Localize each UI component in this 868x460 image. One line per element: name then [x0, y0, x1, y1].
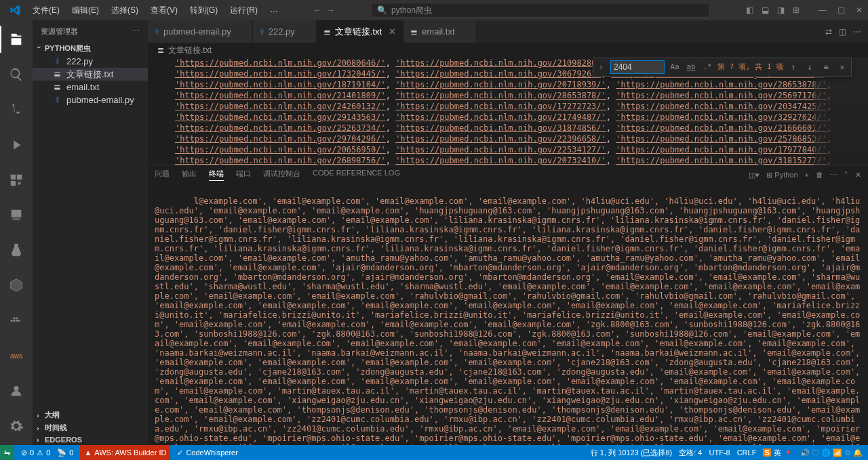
split-editor-icon[interactable]: ◫	[839, 27, 846, 37]
aws-builder-status[interactable]: ▲ AWS: AWS Builder ID	[80, 445, 170, 460]
nav-forward-icon[interactable]: →	[327, 5, 335, 15]
file-label: pubmed-email.py	[66, 95, 134, 105]
settings-gear-icon[interactable]	[0, 413, 33, 440]
sidebar-file[interactable]: ⚕222.py	[33, 55, 148, 68]
window-minimize-icon[interactable]: —	[818, 5, 827, 15]
error-icon: ⊘	[21, 448, 27, 457]
accounts-icon[interactable]	[0, 377, 33, 404]
explorer-icon[interactable]	[0, 26, 33, 53]
panel-tab[interactable]: 问题	[155, 169, 170, 181]
sidebar-section[interactable]: ›时间线	[33, 421, 148, 434]
match-case-icon[interactable]: Aa	[669, 61, 681, 73]
statusbar: ⇋ ⊘0 ⚠0 📡0 ▲ AWS: AWS Builder ID ✓ CodeW…	[0, 445, 868, 460]
run-debug-icon[interactable]	[0, 131, 33, 159]
python-file-icon: ⚕	[260, 26, 264, 37]
menu-item[interactable]: 转到(G)	[184, 2, 223, 19]
new-terminal-icon[interactable]: +	[805, 171, 809, 179]
encoding[interactable]: UTF-8	[709, 448, 730, 457]
chevron-right-icon[interactable]: ›	[596, 62, 606, 72]
eol[interactable]: CRLF	[737, 448, 757, 457]
panel-close-icon[interactable]: ✕	[855, 171, 861, 180]
layout-toggle-right-icon[interactable]: ◨	[777, 5, 785, 15]
sidebar-file[interactable]: ≣文章链接.txt	[33, 68, 148, 81]
panel-tab[interactable]: 调试控制台	[263, 169, 300, 181]
menu-item[interactable]: 运行(R)	[224, 2, 263, 19]
editor-tab[interactable]: ⚕222.py✕	[253, 20, 317, 43]
menu-item[interactable]: 选择(S)	[106, 2, 144, 19]
tray-icons[interactable]: 🔊 🖵 🌐 📶 ⚙ 🔔	[800, 448, 863, 457]
window-close-icon[interactable]: ✕	[856, 5, 863, 15]
sidebar-section[interactable]: ›EDGEROS	[33, 434, 148, 445]
close-icon[interactable]: ✕	[389, 26, 396, 37]
layout-customize-icon[interactable]: ⊞	[793, 5, 800, 15]
prev-match-icon[interactable]: ↑	[787, 62, 800, 72]
remote-explorer-icon[interactable]	[0, 202, 33, 229]
editor-tab[interactable]: ≣文章链接.txt✕	[317, 20, 403, 43]
menu-item[interactable]: 查看(V)	[145, 2, 183, 19]
close-icon[interactable]: ✕	[836, 62, 848, 72]
layout-toggle-left-icon[interactable]: ◧	[746, 5, 753, 15]
kill-terminal-icon[interactable]: 🗑	[816, 171, 823, 179]
panel-kernel-icon[interactable]: ⊞ Python	[766, 171, 797, 180]
aws-icon[interactable]: aws	[0, 342, 33, 369]
panel-tab[interactable]: CODE REFERENCE LOG	[313, 169, 400, 181]
terminal-text: l@example.com', 'email@example.com', 'em…	[155, 196, 865, 445]
breadcrumb[interactable]: ≣ 文章链接.txt	[148, 43, 868, 58]
menu-item[interactable]: …	[264, 2, 283, 19]
project-section[interactable]: › PYTHON爬虫	[33, 42, 148, 55]
sidebar-header: 资源管理器 ⋯	[33, 20, 148, 42]
codewhisperer-status[interactable]: ✓ CodeWhisperer	[177, 448, 237, 457]
hexagon-icon[interactable]	[0, 272, 33, 299]
panel-tab[interactable]: 端口	[236, 169, 251, 181]
match-whole-word-icon[interactable]: ab	[685, 61, 697, 73]
ime-indicator[interactable]: S 英 🔻	[763, 448, 793, 458]
terminal-output[interactable]: l@example.com', 'email@example.com', 'em…	[148, 184, 868, 445]
find-widget: › Aa ab .* 第 ? 项, 共 1 项 ↑ ↓ ≡ ✕	[593, 58, 852, 77]
panel-split-icon[interactable]: ◫▾	[749, 171, 760, 180]
regex-icon[interactable]: .*	[701, 61, 713, 73]
sidebar: 资源管理器 ⋯ › PYTHON爬虫 ⚕222.py≣文章链接.txt≣emai…	[33, 20, 148, 445]
command-center[interactable]: 🔍 python爬虫	[371, 3, 710, 18]
find-input[interactable]	[610, 60, 665, 74]
sidebar-file[interactable]: ⚕pubmed-email.py	[33, 93, 148, 106]
docker-icon[interactable]	[0, 307, 33, 334]
sidebar-file[interactable]: ≣email.txt	[33, 81, 148, 93]
menu-item[interactable]: 编辑(E)	[66, 2, 104, 19]
source-control-icon[interactable]	[0, 96, 33, 123]
find-in-selection-icon[interactable]: ≡	[820, 62, 832, 72]
ports-status[interactable]: 📡0	[57, 448, 73, 457]
text-file-icon: ≣	[323, 26, 331, 37]
editor-tab[interactable]: ≣email.txt✕	[403, 20, 476, 43]
remote-indicator[interactable]: ⇋	[0, 445, 14, 460]
panel-tab[interactable]: 输出	[182, 169, 197, 181]
testing-icon[interactable]	[0, 236, 33, 264]
next-match-icon[interactable]: ↓	[804, 62, 816, 72]
editor-content[interactable]: › Aa ab .* 第 ? 项, 共 1 项 ↑ ↓ ≡ ✕ 'https:/…	[148, 58, 868, 165]
editor-tab[interactable]: ⚕pubmed-email.py✕	[148, 20, 253, 43]
nav-back-icon[interactable]: ←	[313, 5, 321, 15]
editor-line: 'https://pubmed.ncbi.nlm.nih.gov/2526373…	[175, 123, 863, 133]
editor-line: 'https://pubmed.ncbi.nlm.nih.gov/2426013…	[175, 101, 863, 112]
editor-line: 'https://pubmed.ncbi.nlm.nih.gov/2140180…	[175, 90, 863, 101]
panel-maximize-icon[interactable]: ˄	[844, 171, 848, 180]
indentation[interactable]: 空格: 4	[679, 448, 702, 458]
project-name: PYTHON爬虫	[45, 43, 91, 54]
toggle-preview-icon[interactable]: ⇄	[825, 27, 832, 37]
tab-bar: ⚕pubmed-email.py✕⚕222.py✕≣文章链接.txt✕≣emai…	[148, 20, 868, 43]
sidebar-section[interactable]: ›大纲	[33, 409, 148, 421]
layout-toggle-bottom-icon[interactable]: ⬓	[762, 5, 769, 15]
problems-status[interactable]: ⊘0 ⚠0	[21, 448, 50, 457]
menu-item[interactable]: 文件(E)	[27, 2, 65, 19]
panel-tab[interactable]: 终端	[209, 169, 224, 181]
search-icon[interactable]	[0, 61, 33, 88]
more-icon[interactable]: ⋯	[132, 27, 140, 36]
window-maximize-icon[interactable]: ▢	[837, 5, 845, 15]
chevron-right-icon: ›	[37, 411, 42, 419]
panel-more-icon[interactable]: ⋯	[830, 171, 837, 180]
cursor-position[interactable]: 行 1, 列 10123 (已选择8)	[591, 448, 672, 458]
extensions-icon[interactable]	[0, 167, 33, 194]
more-actions-icon[interactable]: ⋯	[853, 27, 861, 37]
python-file-icon: ⚕	[52, 95, 62, 105]
find-result: 第 ? 项, 共 1 项	[717, 62, 783, 72]
editor-line: 'https://pubmed.ncbi.nlm.nih.gov/2970429…	[175, 133, 863, 144]
